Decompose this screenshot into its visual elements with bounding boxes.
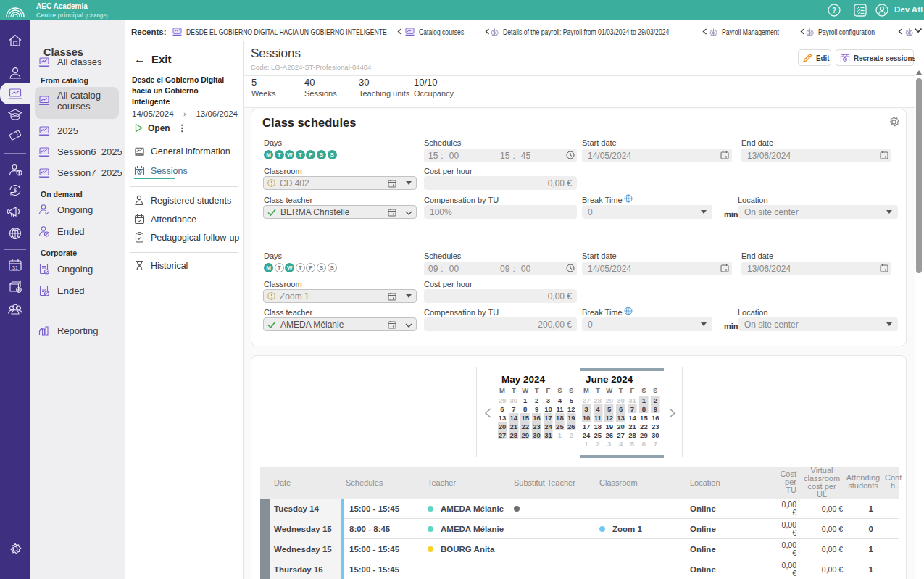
svg-text:31: 31 — [12, 265, 18, 270]
svg-text:?: ? — [832, 7, 836, 14]
